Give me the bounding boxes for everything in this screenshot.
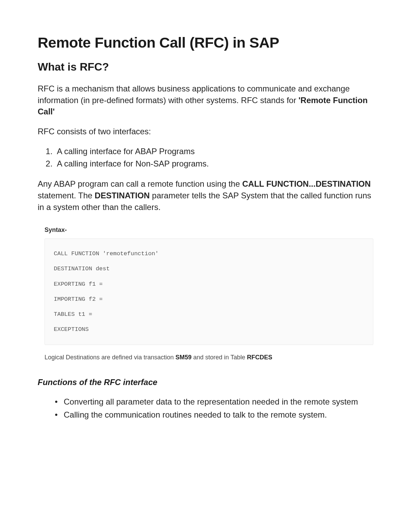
note-text: Logical Destinations are defined via tra… bbox=[45, 354, 175, 361]
section-heading-what-is-rfc: What is RFC? bbox=[38, 61, 373, 73]
note-bold-rfcdes: RFCDES bbox=[247, 354, 272, 361]
page-title: Remote Function Call (RFC) in SAP bbox=[38, 34, 373, 51]
code-line: DESTINATION dest bbox=[54, 261, 364, 276]
intro-paragraph-1: RFC is a mechanism that allows business … bbox=[38, 83, 373, 117]
bold-call-function: CALL FUNCTION...DESTINATION bbox=[242, 179, 371, 188]
list-item: Calling the communication routines neede… bbox=[55, 409, 373, 421]
text-span: statement. The bbox=[38, 191, 95, 200]
functions-list: Converting all parameter data to the rep… bbox=[55, 396, 373, 420]
note-text: and stored in Table bbox=[191, 354, 247, 361]
code-line: TABLES t1 = bbox=[54, 307, 364, 322]
logical-destinations-note: Logical Destinations are defined via tra… bbox=[38, 354, 373, 361]
code-line: CALL FUNCTION 'remotefunction' bbox=[54, 246, 364, 261]
section-heading-functions: Functions of the RFC interface bbox=[38, 378, 373, 387]
bold-destination: DESTINATION bbox=[95, 191, 150, 200]
code-line: EXCEPTIONS bbox=[54, 322, 364, 337]
interfaces-list: A calling interface for ABAP Programs A … bbox=[55, 145, 373, 170]
note-bold-sm59: SM59 bbox=[175, 354, 191, 361]
code-line: IMPORTING f2 = bbox=[54, 292, 364, 307]
code-line: EXPORTING f1 = bbox=[54, 277, 364, 292]
call-function-paragraph: Any ABAP program can call a remote funct… bbox=[38, 178, 373, 213]
text-span: Any ABAP program can call a remote funct… bbox=[38, 179, 242, 188]
intro-paragraph-2: RFC consists of two interfaces: bbox=[38, 126, 373, 137]
list-item: A calling interface for ABAP Programs bbox=[55, 145, 373, 158]
syntax-label: Syntax- bbox=[38, 226, 373, 234]
list-item: Converting all parameter data to the rep… bbox=[55, 396, 373, 408]
syntax-code-block: CALL FUNCTION 'remotefunction' DESTINATI… bbox=[45, 238, 373, 345]
list-item: A calling interface for Non-SAP programs… bbox=[55, 158, 373, 170]
